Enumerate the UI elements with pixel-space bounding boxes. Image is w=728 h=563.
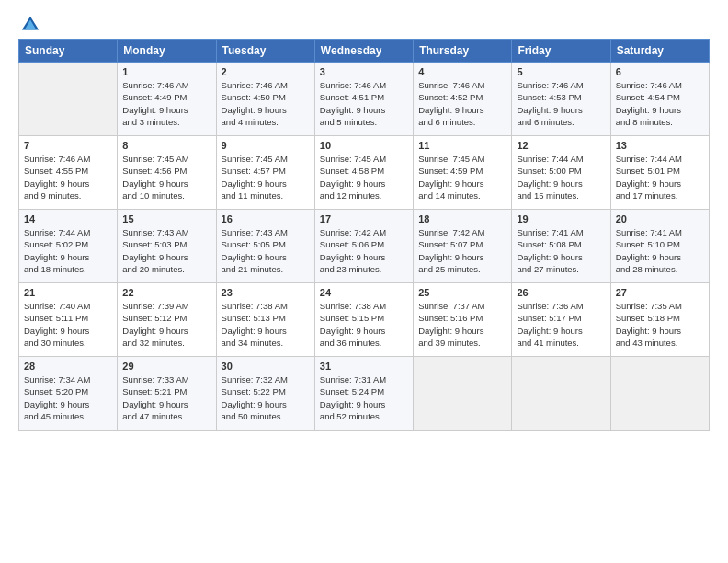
calendar-cell: 20Sunrise: 7:41 AM Sunset: 5:10 PM Dayli… [610, 210, 709, 283]
calendar-week-row: 21Sunrise: 7:40 AM Sunset: 5:11 PM Dayli… [19, 283, 710, 357]
weekday-header: Thursday [414, 40, 512, 63]
day-number: 22 [122, 287, 210, 298]
day-number: 30 [222, 361, 310, 372]
cell-info: Sunrise: 7:44 AM Sunset: 5:00 PM Dayligh… [517, 153, 605, 201]
day-number: 21 [24, 287, 112, 298]
calendar-cell: 13Sunrise: 7:44 AM Sunset: 5:01 PM Dayli… [610, 136, 709, 210]
day-number: 19 [517, 213, 605, 224]
day-number: 7 [24, 140, 112, 151]
calendar-cell: 10Sunrise: 7:45 AM Sunset: 4:58 PM Dayli… [314, 136, 413, 210]
cell-info: Sunrise: 7:46 AM Sunset: 4:53 PM Dayligh… [517, 79, 605, 128]
day-number: 10 [320, 140, 408, 151]
day-number: 5 [517, 66, 605, 77]
calendar-header-row: SundayMondayTuesdayWednesdayThursdayFrid… [19, 40, 710, 63]
day-number: 9 [222, 140, 310, 151]
cell-info: Sunrise: 7:35 AM Sunset: 5:18 PM Dayligh… [616, 300, 704, 349]
cell-info: Sunrise: 7:44 AM Sunset: 5:01 PM Dayligh… [616, 153, 704, 201]
day-number: 8 [122, 140, 210, 151]
cell-info: Sunrise: 7:46 AM Sunset: 4:54 PM Dayligh… [616, 79, 704, 128]
day-number: 16 [222, 213, 310, 224]
weekday-header: Friday [512, 40, 610, 63]
cell-info: Sunrise: 7:36 AM Sunset: 5:17 PM Dayligh… [517, 300, 605, 349]
calendar-cell: 18Sunrise: 7:42 AM Sunset: 5:07 PM Dayli… [414, 210, 512, 283]
calendar-week-row: 7Sunrise: 7:46 AM Sunset: 4:55 PM Daylig… [19, 136, 710, 210]
cell-info: Sunrise: 7:39 AM Sunset: 5:12 PM Dayligh… [122, 300, 210, 349]
calendar-cell: 16Sunrise: 7:43 AM Sunset: 5:05 PM Dayli… [216, 210, 314, 283]
calendar-cell: 12Sunrise: 7:44 AM Sunset: 5:00 PM Dayli… [512, 136, 610, 210]
cell-info: Sunrise: 7:42 AM Sunset: 5:07 PM Dayligh… [418, 226, 506, 275]
calendar-cell: 11Sunrise: 7:45 AM Sunset: 4:59 PM Dayli… [414, 136, 512, 210]
cell-info: Sunrise: 7:37 AM Sunset: 5:16 PM Dayligh… [418, 300, 506, 349]
calendar-cell: 24Sunrise: 7:38 AM Sunset: 5:15 PM Dayli… [314, 283, 413, 357]
calendar-cell: 30Sunrise: 7:32 AM Sunset: 5:22 PM Dayli… [216, 357, 314, 431]
day-number: 23 [222, 287, 310, 298]
calendar-cell: 22Sunrise: 7:39 AM Sunset: 5:12 PM Dayli… [118, 283, 216, 357]
calendar-table: SundayMondayTuesdayWednesdayThursdayFrid… [18, 39, 710, 431]
day-number: 14 [24, 213, 112, 224]
cell-info: Sunrise: 7:46 AM Sunset: 4:51 PM Dayligh… [320, 79, 408, 128]
cell-info: Sunrise: 7:41 AM Sunset: 5:10 PM Dayligh… [616, 226, 704, 275]
day-number: 17 [320, 213, 408, 224]
calendar-cell: 21Sunrise: 7:40 AM Sunset: 5:11 PM Dayli… [19, 283, 118, 357]
cell-info: Sunrise: 7:32 AM Sunset: 5:22 PM Dayligh… [222, 373, 310, 422]
day-number: 24 [320, 287, 408, 298]
calendar-cell [414, 357, 512, 431]
calendar-cell: 1Sunrise: 7:46 AM Sunset: 4:49 PM Daylig… [118, 63, 216, 136]
calendar-cell: 31Sunrise: 7:31 AM Sunset: 5:24 PM Dayli… [314, 357, 413, 431]
day-number: 6 [616, 66, 704, 77]
calendar-cell [512, 357, 610, 431]
cell-info: Sunrise: 7:46 AM Sunset: 4:52 PM Dayligh… [418, 79, 506, 128]
calendar-cell: 3Sunrise: 7:46 AM Sunset: 4:51 PM Daylig… [314, 63, 413, 136]
weekday-header: Tuesday [216, 40, 314, 63]
calendar-cell: 7Sunrise: 7:46 AM Sunset: 4:55 PM Daylig… [19, 136, 118, 210]
cell-info: Sunrise: 7:45 AM Sunset: 4:56 PM Dayligh… [122, 153, 210, 201]
cell-info: Sunrise: 7:45 AM Sunset: 4:57 PM Dayligh… [222, 153, 310, 201]
calendar-cell: 15Sunrise: 7:43 AM Sunset: 5:03 PM Dayli… [118, 210, 216, 283]
calendar-cell: 6Sunrise: 7:46 AM Sunset: 4:54 PM Daylig… [610, 63, 709, 136]
calendar-cell: 9Sunrise: 7:45 AM Sunset: 4:57 PM Daylig… [216, 136, 314, 210]
day-number: 25 [418, 287, 506, 298]
logo [18, 15, 40, 31]
day-number: 18 [418, 213, 506, 224]
day-number: 3 [320, 66, 408, 77]
day-number: 29 [122, 361, 210, 372]
day-number: 2 [222, 66, 310, 77]
cell-info: Sunrise: 7:38 AM Sunset: 5:15 PM Dayligh… [320, 300, 408, 349]
cell-info: Sunrise: 7:38 AM Sunset: 5:13 PM Dayligh… [222, 300, 310, 349]
cell-info: Sunrise: 7:46 AM Sunset: 4:49 PM Dayligh… [122, 79, 210, 128]
day-number: 4 [418, 66, 506, 77]
calendar-cell: 14Sunrise: 7:44 AM Sunset: 5:02 PM Dayli… [19, 210, 118, 283]
cell-info: Sunrise: 7:33 AM Sunset: 5:21 PM Dayligh… [122, 373, 210, 422]
day-number: 12 [517, 140, 605, 151]
weekday-header: Sunday [19, 40, 118, 63]
calendar-cell: 28Sunrise: 7:34 AM Sunset: 5:20 PM Dayli… [19, 357, 118, 431]
header [18, 15, 710, 31]
day-number: 27 [616, 287, 704, 298]
calendar-cell: 29Sunrise: 7:33 AM Sunset: 5:21 PM Dayli… [118, 357, 216, 431]
calendar-cell [19, 63, 118, 136]
day-number: 1 [122, 66, 210, 77]
calendar-cell: 2Sunrise: 7:46 AM Sunset: 4:50 PM Daylig… [216, 63, 314, 136]
calendar-cell: 17Sunrise: 7:42 AM Sunset: 5:06 PM Dayli… [314, 210, 413, 283]
weekday-header: Saturday [610, 40, 709, 63]
day-number: 15 [122, 213, 210, 224]
cell-info: Sunrise: 7:46 AM Sunset: 4:50 PM Dayligh… [222, 79, 310, 128]
calendar-cell: 26Sunrise: 7:36 AM Sunset: 5:17 PM Dayli… [512, 283, 610, 357]
cell-info: Sunrise: 7:40 AM Sunset: 5:11 PM Dayligh… [24, 300, 112, 349]
calendar-cell: 25Sunrise: 7:37 AM Sunset: 5:16 PM Dayli… [414, 283, 512, 357]
day-number: 11 [418, 140, 506, 151]
calendar-week-row: 1Sunrise: 7:46 AM Sunset: 4:49 PM Daylig… [19, 63, 710, 136]
day-number: 13 [616, 140, 704, 151]
day-number: 26 [517, 287, 605, 298]
calendar-cell: 4Sunrise: 7:46 AM Sunset: 4:52 PM Daylig… [414, 63, 512, 136]
cell-info: Sunrise: 7:34 AM Sunset: 5:20 PM Dayligh… [24, 373, 112, 422]
logo-icon [20, 15, 40, 35]
day-number: 20 [616, 213, 704, 224]
cell-info: Sunrise: 7:43 AM Sunset: 5:03 PM Dayligh… [122, 226, 210, 275]
calendar-week-row: 14Sunrise: 7:44 AM Sunset: 5:02 PM Dayli… [19, 210, 710, 283]
weekday-header: Monday [118, 40, 216, 63]
cell-info: Sunrise: 7:41 AM Sunset: 5:08 PM Dayligh… [517, 226, 605, 275]
cell-info: Sunrise: 7:43 AM Sunset: 5:05 PM Dayligh… [222, 226, 310, 275]
calendar-cell: 23Sunrise: 7:38 AM Sunset: 5:13 PM Dayli… [216, 283, 314, 357]
weekday-header: Wednesday [314, 40, 413, 63]
